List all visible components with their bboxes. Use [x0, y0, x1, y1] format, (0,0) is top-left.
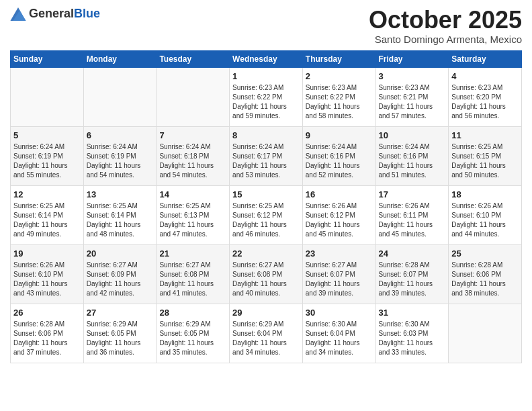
day-number: 16 [306, 189, 373, 199]
day-number: 28 [159, 308, 226, 318]
day-info: Sunrise: 6:29 AMSunset: 6:04 PMDaylight:… [232, 320, 300, 357]
day-number: 7 [159, 130, 226, 140]
day-info: Sunrise: 6:24 AMSunset: 6:18 PMDaylight:… [159, 142, 226, 180]
location-subtitle: Santo Domingo Armenta, Mexico [369, 34, 522, 45]
calendar-day-cell: 21Sunrise: 6:27 AMSunset: 6:08 PMDayligh… [157, 244, 230, 304]
day-number: 29 [232, 308, 300, 318]
day-number: 5 [13, 130, 81, 140]
day-info: Sunrise: 6:24 AMSunset: 6:16 PMDaylight:… [306, 142, 373, 180]
day-number: 19 [13, 248, 81, 259]
day-number: 9 [306, 130, 373, 140]
weekday-header-tuesday: Tuesday [157, 50, 230, 67]
weekday-header-sunday: Sunday [11, 50, 84, 67]
weekday-header-wednesday: Wednesday [230, 50, 303, 67]
calendar-week-row: 26Sunrise: 6:28 AMSunset: 6:06 PMDayligh… [11, 304, 522, 363]
day-number: 21 [159, 248, 226, 259]
day-info: Sunrise: 6:28 AMSunset: 6:06 PMDaylight:… [451, 261, 519, 298]
day-info: Sunrise: 6:29 AMSunset: 6:05 PMDaylight:… [159, 320, 226, 357]
calendar-day-cell: 13Sunrise: 6:25 AMSunset: 6:14 PMDayligh… [83, 185, 157, 244]
day-info: Sunrise: 6:25 AMSunset: 6:13 PMDaylight:… [159, 201, 226, 239]
day-number: 25 [451, 248, 519, 259]
day-number: 4 [451, 71, 519, 81]
day-info: Sunrise: 6:26 AMSunset: 6:12 PMDaylight:… [306, 201, 373, 239]
calendar-day-cell: 24Sunrise: 6:28 AMSunset: 6:07 PMDayligh… [375, 244, 449, 304]
day-info: Sunrise: 6:30 AMSunset: 6:04 PMDaylight:… [306, 320, 373, 357]
calendar-day-cell [11, 67, 84, 126]
calendar-day-cell: 22Sunrise: 6:27 AMSunset: 6:08 PMDayligh… [230, 244, 303, 304]
calendar-week-row: 19Sunrise: 6:26 AMSunset: 6:10 PMDayligh… [11, 244, 522, 304]
day-info: Sunrise: 6:23 AMSunset: 6:21 PMDaylight:… [379, 83, 446, 121]
day-info: Sunrise: 6:30 AMSunset: 6:03 PMDaylight:… [379, 320, 446, 357]
day-info: Sunrise: 6:27 AMSunset: 6:07 PMDaylight:… [306, 261, 373, 298]
calendar-day-cell: 9Sunrise: 6:24 AMSunset: 6:16 PMDaylight… [302, 126, 375, 185]
calendar-day-cell [83, 67, 157, 126]
calendar-day-cell: 7Sunrise: 6:24 AMSunset: 6:18 PMDaylight… [157, 126, 230, 185]
calendar-week-row: 1Sunrise: 6:23 AMSunset: 6:22 PMDaylight… [11, 67, 522, 126]
day-number: 27 [87, 308, 154, 318]
day-info: Sunrise: 6:27 AMSunset: 6:09 PMDaylight:… [87, 261, 154, 298]
day-number: 11 [451, 130, 519, 140]
day-info: Sunrise: 6:28 AMSunset: 6:07 PMDaylight:… [379, 261, 446, 298]
day-number: 24 [379, 248, 446, 259]
logo-general: General [29, 7, 74, 20]
day-info: Sunrise: 6:24 AMSunset: 6:19 PMDaylight:… [87, 142, 154, 180]
weekday-header-friday: Friday [375, 50, 449, 67]
day-info: Sunrise: 6:24 AMSunset: 6:16 PMDaylight:… [379, 142, 446, 180]
calendar-day-cell: 10Sunrise: 6:24 AMSunset: 6:16 PMDayligh… [375, 126, 449, 185]
calendar-day-cell: 19Sunrise: 6:26 AMSunset: 6:10 PMDayligh… [11, 244, 84, 304]
day-number: 13 [87, 189, 154, 199]
calendar-day-cell: 28Sunrise: 6:29 AMSunset: 6:05 PMDayligh… [157, 304, 230, 363]
calendar-day-cell [157, 67, 230, 126]
day-number: 22 [232, 248, 300, 259]
day-number: 20 [87, 248, 154, 259]
day-info: Sunrise: 6:26 AMSunset: 6:10 PMDaylight:… [13, 261, 81, 298]
calendar-day-cell: 11Sunrise: 6:25 AMSunset: 6:15 PMDayligh… [449, 126, 522, 185]
logo-text: GeneralBlue [29, 7, 100, 21]
weekday-header-saturday: Saturday [449, 50, 522, 67]
calendar-day-cell: 18Sunrise: 6:26 AMSunset: 6:10 PMDayligh… [449, 185, 522, 244]
day-info: Sunrise: 6:29 AMSunset: 6:05 PMDaylight:… [87, 320, 154, 357]
calendar-day-cell: 23Sunrise: 6:27 AMSunset: 6:07 PMDayligh… [302, 244, 375, 304]
calendar-day-cell: 26Sunrise: 6:28 AMSunset: 6:06 PMDayligh… [11, 304, 84, 363]
day-number: 23 [306, 248, 373, 259]
calendar-day-cell: 4Sunrise: 6:23 AMSunset: 6:20 PMDaylight… [449, 67, 522, 126]
calendar-day-cell: 12Sunrise: 6:25 AMSunset: 6:14 PMDayligh… [11, 185, 84, 244]
calendar-day-cell: 6Sunrise: 6:24 AMSunset: 6:19 PMDaylight… [83, 126, 157, 185]
day-number: 31 [379, 308, 446, 318]
day-info: Sunrise: 6:25 AMSunset: 6:14 PMDaylight:… [87, 201, 154, 239]
day-number: 8 [232, 130, 300, 140]
calendar-day-cell: 31Sunrise: 6:30 AMSunset: 6:03 PMDayligh… [375, 304, 449, 363]
day-number: 2 [306, 71, 373, 81]
day-number: 3 [379, 71, 446, 81]
day-info: Sunrise: 6:28 AMSunset: 6:06 PMDaylight:… [13, 320, 81, 357]
day-info: Sunrise: 6:27 AMSunset: 6:08 PMDaylight:… [232, 261, 300, 298]
weekday-header-row: SundayMondayTuesdayWednesdayThursdayFrid… [11, 50, 522, 67]
day-number: 14 [159, 189, 226, 199]
day-number: 26 [13, 308, 81, 318]
day-info: Sunrise: 6:26 AMSunset: 6:11 PMDaylight:… [379, 201, 446, 239]
weekday-header-thursday: Thursday [302, 50, 375, 67]
day-info: Sunrise: 6:25 AMSunset: 6:15 PMDaylight:… [451, 142, 519, 180]
calendar-day-cell: 3Sunrise: 6:23 AMSunset: 6:21 PMDaylight… [375, 67, 449, 126]
page-header: GeneralBlue October 2025 Santo Domingo A… [10, 7, 522, 45]
calendar-day-cell: 14Sunrise: 6:25 AMSunset: 6:13 PMDayligh… [157, 185, 230, 244]
title-block: October 2025 Santo Domingo Armenta, Mexi… [369, 7, 522, 45]
day-info: Sunrise: 6:24 AMSunset: 6:17 PMDaylight:… [232, 142, 300, 180]
day-info: Sunrise: 6:25 AMSunset: 6:12 PMDaylight:… [232, 201, 300, 239]
calendar-day-cell: 16Sunrise: 6:26 AMSunset: 6:12 PMDayligh… [302, 185, 375, 244]
calendar-day-cell: 5Sunrise: 6:24 AMSunset: 6:19 PMDaylight… [11, 126, 84, 185]
day-number: 12 [13, 189, 81, 199]
day-info: Sunrise: 6:23 AMSunset: 6:22 PMDaylight:… [306, 83, 373, 121]
calendar-day-cell: 30Sunrise: 6:30 AMSunset: 6:04 PMDayligh… [302, 304, 375, 363]
day-info: Sunrise: 6:27 AMSunset: 6:08 PMDaylight:… [159, 261, 226, 298]
calendar-day-cell: 1Sunrise: 6:23 AMSunset: 6:22 PMDaylight… [230, 67, 303, 126]
day-info: Sunrise: 6:23 AMSunset: 6:20 PMDaylight:… [451, 83, 519, 121]
calendar-week-row: 5Sunrise: 6:24 AMSunset: 6:19 PMDaylight… [11, 126, 522, 185]
day-number: 18 [451, 189, 519, 199]
calendar-day-cell: 25Sunrise: 6:28 AMSunset: 6:06 PMDayligh… [449, 244, 522, 304]
day-number: 17 [379, 189, 446, 199]
day-number: 1 [232, 71, 300, 81]
calendar-day-cell: 2Sunrise: 6:23 AMSunset: 6:22 PMDaylight… [302, 67, 375, 126]
calendar-day-cell: 17Sunrise: 6:26 AMSunset: 6:11 PMDayligh… [375, 185, 449, 244]
calendar-day-cell: 29Sunrise: 6:29 AMSunset: 6:04 PMDayligh… [230, 304, 303, 363]
